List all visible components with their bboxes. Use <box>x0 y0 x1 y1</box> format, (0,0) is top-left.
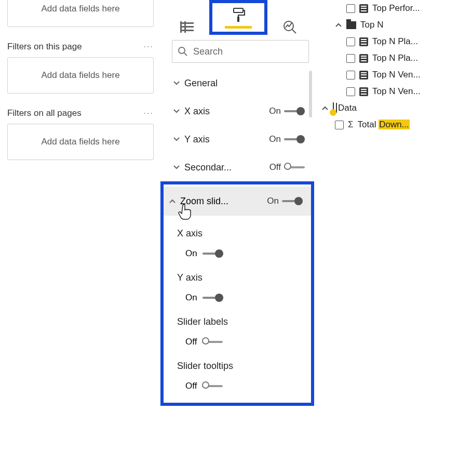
slider-labels-label: Slider labels <box>177 316 303 327</box>
toggle-label: Off <box>185 381 197 391</box>
folder-icon <box>346 21 356 29</box>
format-secondary-axis[interactable]: Secondar... Off <box>168 153 313 181</box>
scrollbar[interactable] <box>309 71 312 117</box>
field-label: Top N Pla... <box>372 36 418 47</box>
paint-roller-icon[interactable] <box>231 7 246 23</box>
drop-all-filters[interactable]: Add data fields here <box>7 124 154 160</box>
field-label: Top N Pla... <box>372 53 418 63</box>
format-y-axis[interactable]: Y axis On <box>168 125 313 153</box>
format-label: X axis <box>184 106 210 117</box>
zoom-x-axis-label: X axis <box>177 228 303 239</box>
field-item-total-down[interactable]: Σ Total Down... <box>319 116 454 133</box>
slider-tooltips-label: Slider tooltips <box>177 361 303 372</box>
zoom-y-axis-toggle[interactable]: On <box>185 293 303 303</box>
filters-pane: Add data fields here Filters on this pag… <box>0 0 161 170</box>
svg-point-9 <box>179 47 185 54</box>
svg-rect-0 <box>180 22 194 24</box>
field-folder-top-n[interactable]: Top N <box>319 17 454 33</box>
format-label: General <box>184 78 218 89</box>
sigma-icon: Σ <box>348 120 354 130</box>
y-axis-toggle[interactable]: On <box>269 134 305 144</box>
checkbox[interactable] <box>346 87 355 96</box>
toggle-label: On <box>185 293 197 303</box>
format-label: Secondar... <box>184 162 232 173</box>
format-general[interactable]: General <box>168 69 313 97</box>
fields-pane: Top Perfor... Top N Top N Pla... Top N P… <box>319 0 454 133</box>
measure-icon <box>359 54 368 63</box>
dropzone-text: Add data fields here <box>41 70 119 81</box>
svg-line-8 <box>292 30 296 33</box>
field-item[interactable]: Top N Ven... <box>319 67 454 83</box>
zoom-slider-highlight: Zoom slid... On X axis On Y axis On Slid… <box>160 181 314 406</box>
toggle-label: Off <box>185 337 197 347</box>
zoom-y-axis-label: Y axis <box>177 272 303 283</box>
chevron-up-icon <box>335 21 342 29</box>
format-x-axis[interactable]: X axis On <box>168 97 313 125</box>
svg-rect-3 <box>180 21 182 33</box>
measure-icon <box>359 4 368 13</box>
filters-all-label: Filters on all pages <box>7 108 82 118</box>
fields-tab-icon[interactable] <box>179 19 195 35</box>
checkbox[interactable] <box>346 4 355 13</box>
svg-rect-6 <box>237 17 239 22</box>
filters-page-header: Filters on this page ··· <box>4 37 157 54</box>
zoom-toggle[interactable]: On <box>267 196 303 206</box>
field-item[interactable]: Top Perfor... <box>319 0 454 17</box>
secondary-toggle[interactable]: Off <box>269 162 305 173</box>
format-zoom-slider[interactable]: Zoom slid... On <box>164 187 311 216</box>
more-icon[interactable]: ··· <box>144 109 154 118</box>
chevron-up-icon <box>169 197 176 205</box>
svg-rect-2 <box>180 30 194 31</box>
chevron-down-icon <box>173 136 180 143</box>
folder-label: Top N <box>360 20 383 30</box>
chevron-down-icon <box>173 80 180 87</box>
field-item[interactable]: Top N Pla... <box>319 50 454 67</box>
active-tab-underline <box>225 26 252 29</box>
slider-labels-toggle[interactable]: Off <box>185 337 303 347</box>
format-search[interactable]: Search <box>172 40 309 63</box>
svg-rect-4 <box>184 21 186 33</box>
table-label: Data <box>338 103 357 113</box>
search-icon <box>178 46 188 57</box>
format-label: Y axis <box>184 134 210 145</box>
x-axis-toggle[interactable]: On <box>269 106 305 116</box>
zoom-x-axis-toggle[interactable]: On <box>185 248 303 259</box>
drop-page-filters[interactable]: Add data fields here <box>7 57 154 94</box>
measure-icon <box>359 71 368 80</box>
pane-tabs <box>168 0 313 40</box>
search-placeholder: Search <box>193 46 223 57</box>
svg-rect-1 <box>180 26 194 28</box>
format-label: Zoom slid... <box>180 196 228 207</box>
analytics-tab-icon[interactable] <box>282 19 298 35</box>
field-label: Top N Ven... <box>372 86 421 97</box>
field-table-data[interactable]: Data <box>319 100 454 116</box>
toggle-label: On <box>269 106 281 116</box>
dropzone-text: Add data fields here <box>41 137 119 147</box>
field-item[interactable]: Top N Pla... <box>319 33 454 50</box>
checkbox[interactable] <box>346 71 355 80</box>
zoom-sub-options: X axis On Y axis On Slider labels Off Sl… <box>164 216 311 403</box>
measure-icon <box>359 37 368 46</box>
checkbox[interactable] <box>335 121 344 129</box>
toggle-label: On <box>267 196 279 206</box>
measure-icon <box>359 87 368 96</box>
chevron-down-icon <box>173 108 180 115</box>
svg-rect-5 <box>234 8 243 12</box>
chevron-down-icon <box>173 164 180 171</box>
slider-tooltips-toggle[interactable]: Off <box>185 381 303 391</box>
checkbox[interactable] <box>346 54 355 63</box>
filters-all-header: Filters on all pages ··· <box>4 104 157 121</box>
filters-page-label: Filters on this page <box>7 42 82 52</box>
chevron-up-icon <box>321 104 329 112</box>
toggle-label: On <box>185 248 197 259</box>
field-label: Total Down... <box>358 120 410 130</box>
warning-badge-icon <box>330 109 336 116</box>
format-pane: Search General X axis On Y axis On Seco <box>168 0 313 406</box>
toggle-label: Off <box>269 162 281 173</box>
more-icon[interactable]: ··· <box>144 42 154 51</box>
checkbox[interactable] <box>346 37 355 46</box>
field-label: Top N Ven... <box>372 70 421 80</box>
dropzone-text: Add data fields here <box>41 4 119 14</box>
drop-visual-filters[interactable]: Add data fields here <box>7 0 154 27</box>
field-item[interactable]: Top N Ven... <box>319 83 454 100</box>
